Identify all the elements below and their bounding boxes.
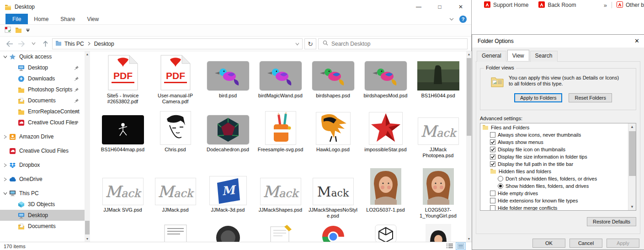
- title-bar[interactable]: Desktop — □ ✕: [0, 0, 471, 14]
- checkbox-unchecked[interactable]: [490, 191, 495, 196]
- nav-item-errorreplacecontent[interactable]: ErrorReplaceContent: [0, 106, 85, 117]
- nav-item-creative-cloud-files[interactable]: Creative Cloud Files: [0, 117, 85, 128]
- file-item-lo2g5037-1-psd[interactable]: LO2G5037-1.psd: [359, 162, 412, 221]
- dialog-close-icon[interactable]: ✕: [634, 37, 639, 44]
- checkbox-checked[interactable]: [490, 154, 495, 160]
- tree-option-hide-folder-merge-conflicts[interactable]: Hide folder merge conflicts: [480, 204, 628, 211]
- file-item-partial-avatar-icon[interactable]: [412, 221, 464, 242]
- scroll-up-icon[interactable]: ▲: [628, 123, 636, 130]
- nav-item-creative-cloud-files[interactable]: Creative Cloud Files: [0, 145, 85, 156]
- restore-defaults-button[interactable]: Restore Defaults: [587, 217, 636, 226]
- address-dropdown-icon[interactable]: [295, 41, 299, 47]
- bookmark-support-home[interactable]: Support Home: [484, 1, 528, 9]
- file-item-partial-cube-icon[interactable]: [359, 221, 412, 242]
- scroll-up-icon[interactable]: ▲: [85, 51, 90, 57]
- file-item-jjmackshapesnostyle-psd[interactable]: MackJJMackShapesNoStyle.psd: [307, 162, 359, 221]
- nav-item-this-pc[interactable]: This PC: [0, 188, 85, 199]
- ribbon-expand-icon[interactable]: [449, 16, 454, 22]
- file-item-birdshapesmod-psd[interactable]: birdshapesMod.psd: [359, 51, 412, 105]
- file-item-partial-darkcircle-icon[interactable]: [202, 221, 254, 242]
- scroll-down-icon[interactable]: ▼: [85, 236, 90, 242]
- tree-group-files-and-folders[interactable]: Files and Folders: [480, 124, 628, 131]
- file-item-hawklogo-psd[interactable]: HawkLogo.psd: [307, 103, 359, 162]
- chevron-right-icon[interactable]: [2, 163, 8, 167]
- nav-item-documents[interactable]: Documents: [0, 95, 85, 106]
- tab-general[interactable]: General: [477, 51, 506, 62]
- tab-share[interactable]: Share: [54, 14, 81, 24]
- nav-item-desktop[interactable]: Desktop: [0, 62, 85, 73]
- file-item-user-manual-ip-camera-pdf[interactable]: PDFUser-manual-IP Camera.pdf: [149, 51, 202, 105]
- thumbnails-view-icon[interactable]: [456, 243, 465, 250]
- tab-file[interactable]: File: [5, 14, 28, 24]
- file-item-freesample-svg-psd[interactable]: Freesample-svg.psd: [254, 103, 307, 162]
- reset-folders-button[interactable]: Reset Folders: [569, 93, 612, 102]
- qat-properties-icon[interactable]: [5, 27, 11, 34]
- nav-item-amazon-drive[interactable]: Amazon Drive: [0, 131, 85, 142]
- cancel-button[interactable]: Cancel: [569, 239, 602, 248]
- apply-button[interactable]: Apply: [607, 239, 639, 248]
- tree-option-hide-extensions-for-known-file-types[interactable]: Hide extensions for known file types: [480, 197, 628, 204]
- tree-option-hide-empty-drives[interactable]: Hide empty drives: [480, 190, 628, 197]
- advanced-settings-list[interactable]: Files and FoldersAlways show icons, neve…: [480, 123, 636, 211]
- tab-view[interactable]: View: [81, 14, 105, 24]
- tree-option-always-show-icons-never-thumbnails[interactable]: Always show icons, never thumbnails: [480, 131, 628, 138]
- file-item-partial-document-icon[interactable]: [149, 221, 202, 242]
- address-bar[interactable]: This PC Desktop: [52, 38, 303, 49]
- refresh-icon[interactable]: ↻: [304, 38, 316, 49]
- tree-option-always-show-menus[interactable]: Always show menus: [480, 138, 628, 146]
- chevron-down-icon[interactable]: [2, 192, 8, 195]
- file-item-jjmack-photopea-psd[interactable]: MackJJMack Photopea.psd: [412, 103, 464, 162]
- breadcrumb-this-pc[interactable]: This PC: [64, 41, 84, 47]
- help-icon[interactable]: ?: [459, 16, 467, 23]
- dialog-title-bar[interactable]: Folder Options ✕: [472, 35, 644, 48]
- close-button[interactable]: ✕: [450, 0, 471, 14]
- details-view-icon[interactable]: [445, 243, 454, 250]
- file-item-dodecahedron-psd[interactable]: Dodecahedron.psd: [202, 103, 254, 162]
- radio-unselected[interactable]: [498, 176, 503, 181]
- chevron-right-icon[interactable]: [2, 135, 8, 139]
- tree-option-don-t-show-hidden-files-folders-or-drives[interactable]: Don't show hidden files, folders, or dri…: [480, 175, 628, 182]
- minimize-button[interactable]: —: [408, 0, 429, 14]
- file-item-lo2g5037-1-younggirl-psd[interactable]: LO2G5037-1_YoungGirl.psd: [412, 162, 464, 221]
- file-item-site5-invoice-2653802-pdf[interactable]: PDFSite5 - Invoice #2653802.pdf: [96, 51, 149, 105]
- file-item-jjmackshapes-psd[interactable]: MackJJMackShapes.psd: [254, 162, 307, 221]
- radio-selected[interactable]: [498, 183, 503, 189]
- ok-button[interactable]: OK: [532, 239, 565, 248]
- file-item-partial-chrome-icon[interactable]: [307, 221, 359, 242]
- nav-item-dropbox[interactable]: Dropbox: [0, 160, 85, 170]
- checkbox-checked[interactable]: [490, 161, 495, 167]
- maximize-button[interactable]: □: [429, 0, 450, 14]
- recent-locations-icon[interactable]: [28, 39, 38, 49]
- bookmarks-overflow-icon[interactable]: »: [604, 1, 607, 9]
- file-item-impossiblestar-psd[interactable]: impossibleStar.psd: [359, 103, 412, 162]
- search-input[interactable]: Search Desktop: [318, 38, 468, 49]
- nav-scrollbar[interactable]: ▲ ▼: [85, 51, 90, 242]
- checkbox-unchecked[interactable]: [490, 205, 495, 211]
- file-item-chris-psd[interactable]: Chris.psd: [149, 103, 202, 162]
- file-item-bs1h6044map-psd[interactable]: BS1H6044map.psd: [96, 103, 149, 162]
- tab-view-active[interactable]: View: [507, 50, 529, 61]
- files-scrollbar[interactable]: ▲ ▼: [466, 51, 472, 242]
- tab-search[interactable]: Search: [530, 51, 558, 62]
- tree-option-display-file-size-information-in-folder-tips[interactable]: Display file size information in folder …: [480, 153, 628, 160]
- forward-icon[interactable]: [16, 39, 27, 49]
- file-item-birdshapes-psd[interactable]: birdshapes.psd: [307, 51, 359, 105]
- nav-item-3d-objects[interactable]: 3D Objects: [0, 199, 85, 210]
- tree-option-display-file-icon-on-thumbnails[interactable]: Display file icon on thumbnails: [480, 146, 628, 153]
- checkbox-unchecked[interactable]: [490, 132, 495, 138]
- tree-option-show-hidden-files-folders-and-drives[interactable]: Show hidden files, folders, and drives: [480, 182, 628, 190]
- breadcrumb-desktop[interactable]: Desktop: [94, 41, 114, 47]
- qat-customize-icon[interactable]: [26, 29, 30, 32]
- nav-item-documents[interactable]: Documents: [0, 221, 85, 232]
- tree-group-hidden-files-and-folders[interactable]: Hidden files and folders: [480, 168, 628, 175]
- file-item-jjmack-3d-psd[interactable]: MJJMack-3d.psd: [202, 162, 254, 221]
- file-item-jjmack-svg-psd[interactable]: MackJJMack SVG.psd: [96, 162, 149, 221]
- nav-item-downloads[interactable]: Downloads: [0, 73, 85, 84]
- nav-item-desktop[interactable]: Desktop: [0, 210, 85, 221]
- chevron-right-icon[interactable]: [2, 177, 8, 181]
- apply-to-folders-button[interactable]: Apply to Folders: [514, 93, 562, 102]
- bookmark-other-bookmarks[interactable]: Other b: [617, 1, 644, 9]
- up-icon[interactable]: [40, 39, 50, 49]
- checkbox-checked[interactable]: [490, 139, 495, 145]
- file-item-partial-notepad-icon[interactable]: [254, 221, 307, 242]
